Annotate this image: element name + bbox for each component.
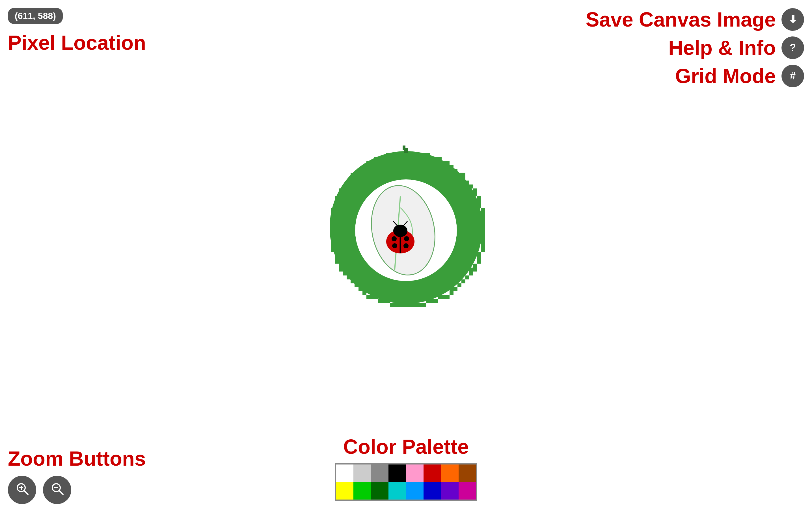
color-swatch[interactable] bbox=[389, 482, 406, 500]
color-swatch[interactable] bbox=[406, 482, 423, 500]
zoom-in-button[interactable] bbox=[8, 476, 36, 504]
color-swatch[interactable] bbox=[459, 465, 476, 482]
zoom-buttons-group bbox=[8, 476, 146, 504]
zoom-section: Zoom Buttons bbox=[8, 447, 146, 504]
palette-row bbox=[336, 482, 476, 500]
color-swatch[interactable] bbox=[353, 482, 371, 500]
palette-row bbox=[336, 465, 476, 482]
color-swatch[interactable] bbox=[423, 482, 441, 500]
color-swatch[interactable] bbox=[353, 465, 371, 482]
canvas-area bbox=[0, 0, 812, 432]
color-swatch[interactable] bbox=[441, 482, 459, 500]
color-swatch[interactable] bbox=[441, 465, 459, 482]
color-swatch[interactable] bbox=[459, 482, 476, 500]
color-swatch[interactable] bbox=[389, 465, 406, 482]
color-swatch[interactable] bbox=[371, 465, 389, 482]
zoom-in-icon bbox=[15, 481, 29, 498]
color-swatch[interactable] bbox=[371, 482, 389, 500]
color-swatch[interactable] bbox=[336, 482, 353, 500]
color-swatch[interactable] bbox=[406, 465, 423, 482]
svg-line-1 bbox=[24, 491, 28, 494]
zoom-buttons-label: Zoom Buttons bbox=[8, 447, 146, 470]
color-swatch[interactable] bbox=[336, 465, 353, 482]
color-swatch[interactable] bbox=[423, 465, 441, 482]
zoom-out-button[interactable] bbox=[43, 476, 71, 504]
zoom-out-icon bbox=[50, 481, 64, 498]
color-palette bbox=[335, 463, 477, 501]
pixel-canvas[interactable] bbox=[307, 117, 505, 315]
svg-line-5 bbox=[59, 491, 63, 494]
color-palette-label: Color Palette bbox=[343, 435, 469, 458]
